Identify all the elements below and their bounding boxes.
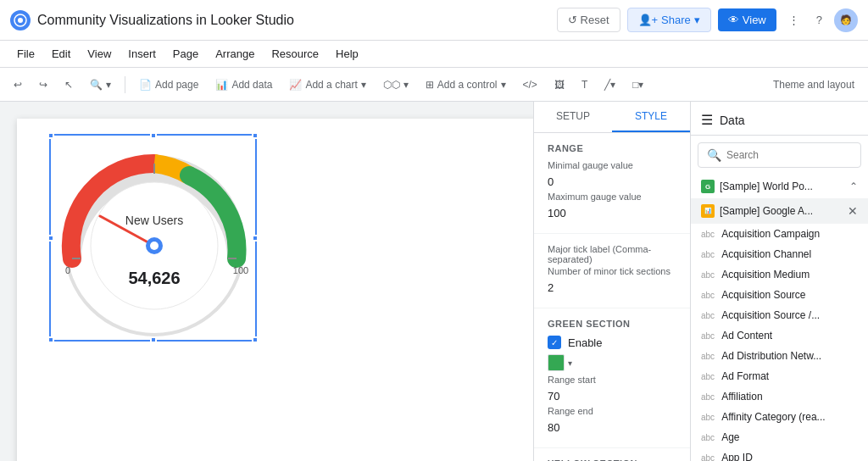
tab-setup[interactable]: SETUP [534, 102, 612, 132]
add-chart-icon: 📈 [289, 79, 302, 91]
green-enable-label: Enable [568, 336, 602, 349]
image-button[interactable]: 🖼 [548, 75, 571, 94]
max-gauge-value[interactable]: 100 [548, 203, 676, 223]
green-range-end-label: Range end [548, 406, 676, 416]
list-item[interactable]: abc Ad Format [691, 366, 868, 386]
list-item[interactable]: abc Acquisition Source /... [691, 305, 868, 325]
menu-page[interactable]: Page [166, 44, 205, 64]
line-button[interactable]: ╱▾ [598, 75, 622, 94]
datasource-world-expand-icon[interactable]: ⌃ [849, 181, 858, 192]
menu-resource[interactable]: Resource [264, 44, 326, 64]
app-title: Community Visualizations in Looker Studi… [37, 13, 294, 28]
undo-icon: ↩ [14, 79, 22, 91]
green-range-end-value[interactable]: 80 [548, 418, 676, 437]
panel-content: Range Minimal gauge value 0 Maximum gaug… [534, 133, 690, 461]
minor-tick-value[interactable]: 2 [548, 278, 676, 297]
list-item[interactable]: abc Acquisition Medium [691, 264, 868, 285]
more-options-button[interactable]: ⋮ [783, 8, 804, 31]
redo-button[interactable]: ↪ [32, 75, 54, 94]
theme-layout-button[interactable]: Theme and layout [766, 75, 861, 94]
yellow-section: Yellow Section ✓ Enable ▾ Range start 80… [534, 448, 690, 461]
resize-handle-tr[interactable] [252, 132, 259, 139]
color-format-icon: ▾ [568, 358, 572, 368]
add-data-button[interactable]: 📊 Add data [209, 75, 279, 94]
green-enable-row: ✓ Enable [548, 336, 676, 349]
svg-text:New Users: New Users [125, 214, 183, 227]
menu-help[interactable]: Help [329, 44, 365, 64]
more-vert-icon: ⋮ [788, 14, 799, 26]
text-button[interactable]: T [575, 75, 594, 94]
search-input[interactable] [726, 149, 854, 161]
tab-style[interactable]: STYLE [612, 102, 690, 132]
menu-edit[interactable]: Edit [45, 44, 77, 64]
shape-button[interactable]: □▾ [626, 75, 650, 94]
gauge-widget[interactable]: 0 100 New Users 54,626 [49, 134, 257, 342]
data-panel-title: Data [720, 114, 745, 127]
zoom-button[interactable]: 🔍 ▾ [83, 75, 118, 94]
resize-handle-br[interactable] [252, 336, 259, 343]
resize-handle-bl[interactable] [47, 336, 54, 343]
reset-button[interactable]: ↺ Reset [557, 8, 620, 32]
svg-point-13 [150, 242, 159, 250]
resize-handle-tm[interactable] [150, 132, 157, 139]
list-item[interactable]: abc App ID [691, 447, 868, 461]
zoom-icon: 🔍 [90, 79, 103, 91]
list-item[interactable]: abc Ad Content [691, 325, 868, 346]
share-button[interactable]: 👤+ Share ▾ [627, 8, 711, 32]
green-color-swatch[interactable] [548, 354, 565, 371]
help-button[interactable]: ? [811, 8, 827, 31]
min-gauge-value[interactable]: 0 [548, 172, 676, 192]
resize-handle-tl[interactable] [47, 132, 54, 139]
avatar[interactable]: 🧑 [834, 8, 858, 32]
min-gauge-label: Minimal gauge value [548, 160, 676, 170]
menu-view[interactable]: View [81, 44, 118, 64]
major-tick-section: Major tick label (Comma-separated) Numbe… [534, 234, 690, 308]
code-button[interactable]: </> [516, 75, 544, 94]
green-range-start-value[interactable]: 70 [548, 386, 676, 406]
list-item[interactable]: abc Ad Distribution Netw... [691, 346, 868, 366]
eye-icon: 👁 [728, 14, 739, 26]
resize-handle-mr[interactable] [252, 235, 259, 242]
green-color-row: ▾ [548, 354, 676, 371]
field-type-icon: abc [701, 433, 715, 442]
list-item[interactable]: abc Acquisition Campaign [691, 224, 868, 244]
resize-handle-bm[interactable] [150, 336, 157, 343]
undo-button[interactable]: ↩ [7, 75, 29, 94]
menu-arrange[interactable]: Arrange [209, 44, 261, 64]
field-type-icon: abc [701, 392, 715, 402]
resize-handle-ml[interactable] [47, 235, 54, 242]
menu-file[interactable]: File [10, 44, 42, 64]
list-item[interactable]: abc Acquisition Source [691, 285, 868, 305]
scorecards-button[interactable]: ⬡⬡ ▾ [376, 75, 415, 94]
field-type-icon: abc [701, 331, 715, 341]
list-item[interactable]: abc Acquisition Channel [691, 244, 868, 264]
code-icon: </> [523, 79, 537, 91]
data-panel-icon: ☰ [701, 112, 713, 128]
menu-insert[interactable]: Insert [121, 44, 163, 64]
view-button[interactable]: 👁 View [718, 8, 776, 31]
add-page-icon: 📄 [139, 79, 152, 91]
add-chart-button[interactable]: 📈 Add a chart ▾ [282, 75, 372, 94]
datasource-world[interactable]: G [Sample] World Po... ⌃ [691, 175, 868, 199]
datasource-ga-close-button[interactable]: ✕ [848, 204, 858, 218]
field-type-icon: abc [701, 291, 715, 300]
list-item[interactable]: abc Age [691, 427, 868, 447]
add-page-button[interactable]: 📄 Add page [132, 75, 205, 94]
add-control-button[interactable]: ⊞ Add a control ▾ [419, 75, 513, 94]
select-tool[interactable]: ↖ [58, 75, 80, 94]
panel-tabs: SETUP STYLE [534, 102, 690, 133]
data-panel-header: ☰ Data [691, 102, 868, 136]
field-type-icon: abc [701, 311, 715, 320]
green-enable-checkbox[interactable]: ✓ [548, 336, 561, 349]
field-type-icon: abc [701, 230, 715, 239]
list-item[interactable]: abc Affinity Category (rea... [691, 407, 868, 427]
shape-icon: □▾ [632, 79, 643, 91]
field-type-icon: abc [701, 372, 715, 381]
list-item[interactable]: abc Affiliation [691, 386, 868, 407]
search-box[interactable]: 🔍 [698, 142, 861, 168]
redo-icon: ↪ [39, 79, 47, 91]
canvas-area[interactable]: 0 100 New Users 54,626 [0, 102, 533, 461]
datasource-google-analytics[interactable]: 📊 [Sample] Google A... ✕ [691, 199, 868, 224]
cursor-icon: ↖ [64, 79, 73, 91]
search-icon: 🔍 [707, 148, 721, 162]
